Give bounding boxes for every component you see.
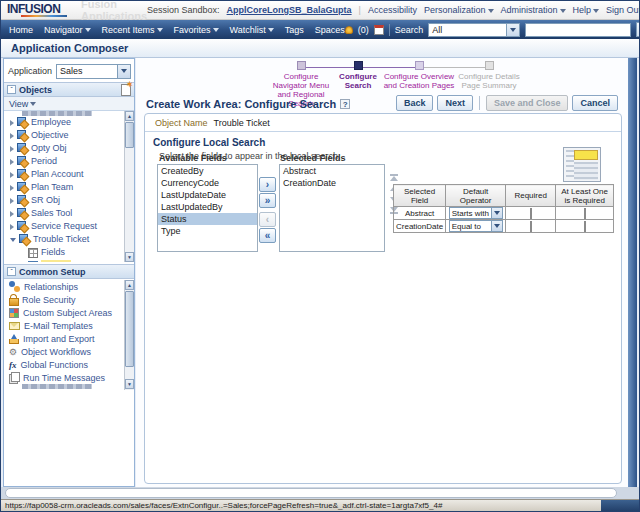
nav-home[interactable]: Home [9,25,33,35]
nav-recent-items[interactable]: Recent Items [102,25,163,35]
list-item[interactable]: Abstract [280,165,384,177]
search-input[interactable] [525,23,631,37]
administration-menu[interactable]: Administration [501,5,566,15]
sidebar-item-run-time-messages[interactable]: Run Time Messages [4,371,134,384]
help-icon[interactable]: ? [340,99,350,109]
at-least-one-checkbox[interactable] [584,221,586,232]
sidebar: Application Sales ˇ Objects View Employe… [3,58,135,487]
sidebar-item-objective[interactable]: Objective [4,129,134,142]
search-scope-select[interactable]: All [428,23,520,37]
view-menu[interactable]: View [4,97,134,111]
nav-navigator[interactable]: Navigator [44,25,91,35]
scrollbar-thumb[interactable] [125,122,134,148]
session-sandbox-link[interactable]: ApplCoreLongSB_BalaGupta [227,5,352,15]
required-checkbox[interactable] [530,208,532,219]
collapse-icon[interactable] [10,238,16,242]
main-content: Configure Navigator Menu and Regional Se… [136,58,628,487]
list-item[interactable]: CreatedBy [158,165,257,177]
sidebar-item-employee[interactable]: Employee [4,116,134,129]
expand-icon[interactable] [10,198,14,204]
move-button[interactable]: › [259,177,276,192]
sidebar-item-period[interactable]: Period [4,155,134,168]
list-item-selected[interactable]: Status [158,213,257,225]
help-menu[interactable]: Help [573,5,600,15]
sidebar-item-import-and-export[interactable]: Import and Export [4,332,134,345]
expand-icon[interactable] [10,133,14,139]
notifications-bell-icon[interactable] [345,26,353,34]
scroll-down-button[interactable]: ▼ [125,252,134,262]
sign-out-link[interactable]: Sign Out [606,5,640,15]
back-button[interactable]: Back [396,95,434,111]
scroll-down-button[interactable]: ▼ [125,379,134,389]
expand-icon[interactable] [10,146,14,152]
notifications-count: (0) [358,25,369,35]
expand-icon[interactable] [10,120,14,126]
sidebar-item-custom-subject-areas[interactable]: Custom Subject Areas [4,306,134,319]
sidebar-item-service-request[interactable]: Service Request [4,220,134,233]
scrollbar-thumb[interactable] [125,291,134,367]
list-item-clipped[interactable] [4,384,134,389]
nav-spaces[interactable]: Spaces [315,25,345,35]
selected-fields-list[interactable]: Abstract CreationDate [279,164,385,252]
list-item[interactable]: Type [158,225,257,237]
calendar-icon[interactable] [374,25,384,35]
required-checkbox[interactable] [530,221,532,232]
sidebar-item-pages[interactable]: Pages [4,259,134,262]
expand-icon[interactable] [10,211,14,217]
save-and-close-button[interactable]: Save and Close [486,95,569,111]
nav-favorites[interactable]: Favorites [174,25,219,35]
remove-all-button[interactable]: « [259,228,276,243]
dropdown-arrow-icon[interactable] [506,24,519,36]
horizontal-scrollbar[interactable] [5,488,617,498]
selected-fields-table: Selected Field Default Operator Required… [393,184,614,233]
scroll-up-button[interactable]: ▲ [125,111,134,121]
sidebar-item-trouble-ticket[interactable]: Trouble Ticket [4,233,134,246]
collapse-icon[interactable]: ˇ [7,267,16,276]
sidebar-item-relationships[interactable]: Relationships [4,280,134,293]
train-stop-icon[interactable] [354,61,363,70]
cancel-button[interactable]: Cancel [572,95,618,111]
sidebar-item-fields[interactable]: Fields [4,246,134,259]
available-fields-list[interactable]: CreatedBy CurrencyCode LastUpdateDate La… [157,164,258,252]
list-item[interactable]: CreationDate [280,177,384,189]
common-setup-section-header: ˇ Common Setup [4,264,134,279]
sidebar-item-plan-account[interactable]: Plan Account [4,168,134,181]
nav-tags[interactable]: Tags [285,25,304,35]
sidebar-item-role-security[interactable]: Role Security [4,293,134,306]
expand-icon[interactable] [10,172,14,178]
list-item[interactable]: CurrencyCode [158,177,257,189]
common-setup-scrollbar[interactable]: ▲ ▼ [124,280,134,390]
dropdown-arrow-icon[interactable] [117,65,130,78]
list-item[interactable]: LastUpdatedBy [158,201,257,213]
search-go-button[interactable]: ▶ [636,22,640,37]
operator-select[interactable]: Starts with [449,207,503,219]
train-stop-icon[interactable] [297,61,306,70]
sidebar-item-opty-obj[interactable]: Opty Obj [4,142,134,155]
sidebar-item-global-functions[interactable]: fxGlobal Functions [4,358,134,371]
move-all-button[interactable]: » [259,193,276,208]
new-object-icon[interactable] [121,84,131,96]
collapse-icon[interactable]: ˇ [7,85,16,94]
sidebar-item-sr-obj[interactable]: SR Obj [4,194,134,207]
personalization-menu[interactable]: Personalization [424,5,494,15]
at-least-one-checkbox[interactable] [584,208,586,219]
expand-icon[interactable] [10,185,14,191]
expand-icon[interactable] [10,159,14,165]
accessibility-link[interactable]: Accessibility [368,5,417,15]
expand-icon[interactable] [10,224,14,230]
next-button[interactable]: Next [437,95,473,111]
nav-watchlist[interactable]: Watchlist [230,25,274,35]
dropdown-arrow-icon[interactable] [491,208,502,218]
sidebar-item-sales-tool[interactable]: Sales Tool [4,207,134,220]
list-item[interactable]: LastUpdateDate [158,189,257,201]
application-select[interactable]: Sales [56,64,131,79]
operator-select[interactable]: Equal to [449,220,503,232]
sidebar-item-email-templates[interactable]: E-Mail Templates [4,319,134,332]
dropdown-arrow-icon[interactable] [491,221,502,231]
sidebar-item-object-workflows[interactable]: ⚙Object Workflows [4,345,134,358]
window-scrollbar-strip[interactable] [628,58,637,487]
scroll-up-button[interactable]: ▲ [125,280,134,290]
sidebar-item-plan-team[interactable]: Plan Team [4,181,134,194]
tree-scrollbar[interactable]: ▲ ▼ [124,111,134,262]
train-stop-icon[interactable] [415,61,424,70]
